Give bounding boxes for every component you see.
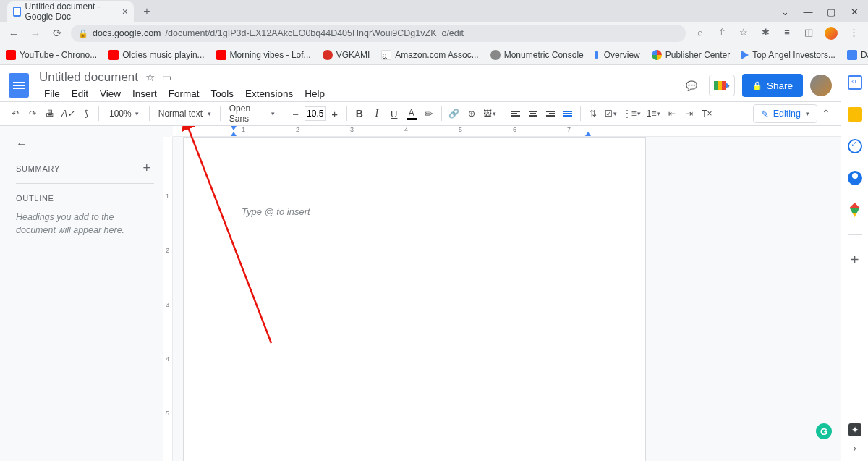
bookmark-dashboard[interactable]: Dashboard — [847, 50, 868, 60]
bookmark-top-angel[interactable]: Top Angel Investors... — [741, 50, 835, 60]
decrease-indent-button[interactable]: ⇤ — [664, 104, 680, 123]
bookmark-publisher-center[interactable]: Publisher Center — [652, 50, 730, 60]
account-avatar[interactable] — [810, 75, 832, 96]
document-title[interactable]: Untitled document — [39, 70, 138, 85]
outline-back-icon[interactable]: ← — [16, 138, 154, 151]
menu-edit[interactable]: Edit — [67, 86, 93, 101]
reload-button[interactable]: ⟳ — [49, 25, 65, 41]
insert-image-button[interactable]: 🖼▾ — [481, 104, 498, 123]
undo-button[interactable]: ↶ — [7, 104, 23, 123]
back-button[interactable]: ← — [6, 25, 22, 41]
numbered-list-button[interactable]: 1≡▾ — [644, 104, 663, 123]
decrease-font-size[interactable]: − — [289, 108, 303, 120]
checklist-button[interactable]: ☑▾ — [603, 104, 619, 123]
bookmark-overview[interactable]: Overview — [595, 50, 640, 60]
tasks-icon[interactable] — [848, 139, 862, 153]
indent-marker-icon[interactable] — [231, 126, 237, 130]
amazon-icon: a — [381, 50, 391, 60]
maps-icon[interactable] — [850, 203, 860, 217]
add-comment-button[interactable]: ⊕ — [464, 104, 480, 123]
play-icon — [741, 51, 749, 59]
bookmark-morning-vibes[interactable]: Morning vibes - Lof... — [216, 50, 311, 60]
increase-indent-button[interactable]: ⇥ — [681, 104, 697, 123]
insert-link-button[interactable]: 🔗 — [446, 104, 462, 123]
comment-history-icon[interactable]: 💬 — [681, 75, 702, 96]
bookmark-youtube-chrono[interactable]: YouTube - Chrono... — [6, 50, 97, 60]
close-window-icon[interactable]: ✕ — [849, 7, 859, 17]
increase-font-size[interactable]: + — [328, 108, 342, 120]
align-right-button[interactable] — [542, 104, 558, 123]
grammarly-icon[interactable]: G — [816, 423, 832, 439]
vertical-ruler[interactable]: 12345 — [163, 137, 173, 461]
menu-view[interactable]: View — [95, 86, 126, 101]
clear-formatting-button[interactable]: T× — [699, 104, 715, 123]
line-spacing-button[interactable]: ⇅ — [585, 104, 601, 123]
bulleted-list-button[interactable]: ⋮≡▾ — [621, 104, 643, 123]
browser-tab[interactable]: Untitled document - Google Doc × — [7, 1, 134, 22]
document-page[interactable]: Type @ to insert — [183, 137, 646, 461]
italic-button[interactable]: I — [369, 104, 385, 123]
align-left-button[interactable] — [508, 104, 524, 123]
chrome-menu-icon[interactable]: ⋮ — [848, 27, 859, 40]
align-justify-button[interactable] — [560, 104, 576, 123]
menu-extensions[interactable]: Extensions — [240, 86, 298, 101]
font-size-input[interactable] — [305, 106, 326, 121]
keep-icon[interactable] — [848, 107, 862, 122]
search-icon[interactable]: ⌕ — [694, 27, 706, 40]
menu-format[interactable]: Format — [163, 86, 205, 101]
bookmark-monumetric[interactable]: Monumetric Console — [490, 50, 584, 60]
text-color-button[interactable]: A — [404, 104, 420, 123]
extensions-icon[interactable]: ✱ — [760, 27, 771, 40]
menu-tools[interactable]: Tools — [206, 86, 239, 101]
paint-format-button[interactable]: ⟆ — [78, 104, 94, 123]
editing-mode-dropdown[interactable]: Editing▾ — [753, 104, 817, 123]
redo-button[interactable]: ↷ — [25, 104, 41, 123]
bold-button[interactable]: B — [352, 104, 367, 123]
star-icon[interactable]: ☆ — [738, 27, 749, 40]
bookmark-vgkami[interactable]: VGKAMI — [323, 50, 370, 60]
add-summary-button[interactable]: + — [140, 161, 154, 176]
side-panel-icon[interactable]: ◫ — [803, 27, 814, 40]
tab-title: Untitled document - Google Doc — [25, 1, 118, 22]
zoom-dropdown[interactable]: 100%▾ — [103, 109, 145, 119]
align-center-button[interactable] — [525, 104, 541, 123]
font-family-dropdown[interactable]: Open Sans▾ — [225, 103, 279, 124]
chrome-tab-strip: Untitled document - Google Doc × + ⌄ — ▢… — [0, 0, 868, 22]
paragraph-style-dropdown[interactable]: Normal text▾ — [154, 109, 216, 119]
chrome-profile-avatar[interactable] — [825, 27, 838, 40]
menu-help[interactable]: Help — [299, 86, 330, 101]
hide-menus-button[interactable]: ⌃ — [819, 108, 833, 119]
hide-sidepanel-icon[interactable]: › — [853, 442, 856, 454]
bookmark-amazon[interactable]: aAmazon.com Assoc... — [381, 50, 478, 60]
highlight-button[interactable]: ✎ — [417, 101, 441, 126]
docs-logo-icon[interactable] — [9, 73, 29, 98]
menu-file[interactable]: File — [39, 86, 65, 101]
share-url-icon[interactable]: ⇧ — [716, 27, 728, 40]
contacts-icon[interactable] — [848, 171, 862, 185]
chevron-down-icon[interactable]: ⌄ — [780, 7, 790, 17]
tab-close-icon[interactable]: × — [122, 6, 128, 17]
star-document-icon[interactable]: ☆ — [145, 71, 155, 84]
maximize-icon[interactable]: ▢ — [826, 7, 836, 17]
indent-marker-icon[interactable] — [231, 132, 237, 136]
menu-insert[interactable]: Insert — [127, 86, 162, 101]
horizontal-ruler[interactable]: 1234567 — [173, 126, 841, 137]
minimize-icon[interactable]: — — [803, 7, 813, 17]
print-button[interactable]: 🖶 — [42, 104, 58, 123]
explore-icon[interactable]: ✦ — [848, 423, 861, 436]
omnibox[interactable]: 🔒 docs.google.com/document/d/1gIP3d-EX12… — [71, 25, 686, 42]
bookmark-oldies-music[interactable]: Oldies music playin... — [109, 50, 204, 60]
new-tab-button[interactable]: + — [138, 3, 156, 20]
outline-empty-text: Headings you add to the document will ap… — [16, 211, 154, 237]
get-addons-icon[interactable]: + — [848, 253, 862, 267]
spellcheck-button[interactable]: A✓ — [59, 104, 77, 123]
url-path: /document/d/1gIP3d-EX12AAkcEO0bq44D405Hn… — [166, 28, 464, 38]
calendar-icon[interactable] — [848, 75, 862, 90]
meet-icon — [714, 81, 726, 90]
underline-button[interactable]: U — [386, 104, 402, 123]
reading-list-icon[interactable]: ≡ — [781, 27, 793, 40]
move-document-icon[interactable]: ▭ — [162, 72, 171, 83]
meet-button[interactable]: ▾ — [709, 75, 735, 96]
right-margin-marker-icon[interactable] — [585, 132, 591, 136]
share-button[interactable]: Share — [742, 74, 803, 97]
